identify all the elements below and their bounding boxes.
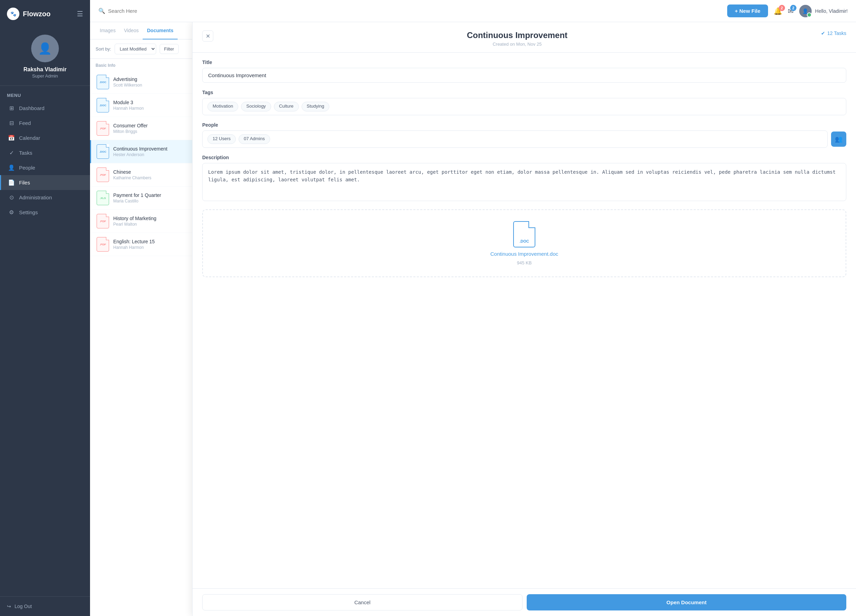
sidebar-item-label-administration: Administration: [19, 195, 52, 200]
open-document-button[interactable]: Open Document: [527, 594, 846, 610]
upload-filesize: 945 KB: [517, 260, 532, 266]
upload-file-ext: .DOC: [519, 239, 529, 243]
file-name: English: Lecture 15: [113, 239, 188, 244]
sidebar-item-label-feed: Feed: [19, 120, 31, 126]
detail-footer: Cancel Open Document: [192, 588, 856, 616]
file-icon-pdf: .PDF: [97, 167, 109, 182]
sidebar-item-files[interactable]: 📄Files: [0, 175, 90, 190]
people-input[interactable]: 12 Users07 Admins: [202, 131, 828, 148]
file-icon-doc: .DOC: [97, 144, 109, 159]
file-author: Milton Briggs: [113, 129, 188, 134]
administration-icon: ⊙: [8, 194, 15, 201]
file-item[interactable]: .DOC Module 3 Hannah Harmon: [90, 94, 194, 117]
file-name: Consumer Offer: [113, 123, 188, 128]
file-controls: Sort by: Last Modified Filter: [90, 40, 194, 59]
file-name: Chinese: [113, 169, 188, 175]
description-textarea[interactable]: [202, 163, 846, 201]
sidebar-item-feed[interactable]: ⊟Feed: [0, 115, 90, 131]
file-author: Hannah Harmon: [113, 245, 188, 250]
sidebar-item-label-calendar: Calendar: [19, 135, 40, 141]
sidebar-item-label-settings: Settings: [19, 209, 38, 215]
sort-select[interactable]: Last Modified: [115, 44, 156, 54]
description-field: Description: [202, 155, 846, 203]
upload-filename: Continuous Improvement.doc: [490, 251, 558, 257]
main-area: 🔍 + New File 🔔 2 ✉ 2 👤 Hello, Vladimir!: [90, 0, 856, 616]
description-field-label: Description: [202, 155, 846, 160]
file-name: Module 3: [113, 100, 188, 105]
file-author: Hannah Harmon: [113, 106, 188, 111]
file-item[interactable]: .DOC Continuous Improvement Hester Ander…: [90, 140, 194, 163]
logout-label: Log Out: [15, 604, 32, 609]
file-name: Payment for 1 Quarter: [113, 192, 188, 198]
file-tab-videos[interactable]: Videos: [120, 22, 143, 40]
file-tabs: ImagesVideosDocuments: [90, 22, 194, 40]
logout-button[interactable]: ↪ Log Out: [0, 596, 90, 616]
cancel-button[interactable]: Cancel: [202, 594, 522, 610]
menu-label: Menu: [0, 86, 90, 101]
file-item[interactable]: .XLS Payment for 1 Quarter Maria Castill…: [90, 186, 194, 210]
tag: Motivation: [208, 102, 238, 111]
add-people-button[interactable]: 👥: [831, 132, 846, 147]
sidebar-nav: ⊞Dashboard⊟Feed📅Calendar✓Tasks👤People📄Fi…: [0, 101, 90, 596]
people-row: 12 Users07 Admins 👥: [202, 131, 846, 148]
sidebar-item-label-files: Files: [19, 180, 30, 186]
dashboard-icon: ⊞: [8, 105, 15, 111]
sidebar-item-label-tasks: Tasks: [19, 150, 32, 156]
detail-body: Title Tags MotivationSociologyCultureStu…: [192, 52, 856, 284]
content-area: ImagesVideosDocuments Sort by: Last Modi…: [90, 22, 856, 616]
title-field: Title: [202, 60, 846, 83]
file-author: Maria Castillo: [113, 199, 188, 203]
filter-button[interactable]: Filter: [160, 44, 179, 54]
upload-file-icon: .DOC: [513, 221, 535, 247]
sidebar-item-dashboard[interactable]: ⊞Dashboard: [0, 101, 90, 115]
profile-role: Super Admin: [32, 73, 58, 78]
file-item[interactable]: .PDF Chinese Katharine Chambers: [90, 163, 194, 186]
file-author: Scott Wilkerson: [113, 83, 188, 88]
new-file-label: + New File: [735, 8, 761, 14]
file-name: Advertising: [113, 77, 188, 82]
file-section-label: Basic Info: [90, 59, 194, 71]
hamburger-icon[interactable]: ☰: [77, 10, 83, 18]
profile-name: Raksha Vladimir: [23, 66, 67, 73]
file-author: Hester Anderson: [113, 152, 188, 157]
sidebar-item-tasks[interactable]: ✓Tasks: [0, 145, 90, 160]
topbar-icons: 🔔 2 ✉ 2 👤 Hello, Vladimir!: [774, 5, 848, 17]
sidebar-item-calendar[interactable]: 📅Calendar: [0, 131, 90, 145]
file-icon-pdf: .PDF: [97, 214, 109, 228]
sidebar-item-people[interactable]: 👤People: [0, 160, 90, 175]
file-item[interactable]: .DOC Advertising Scott Wilkerson: [90, 71, 194, 94]
people-field-label: People: [202, 122, 846, 128]
sidebar-item-administration[interactable]: ⊙Administration: [0, 190, 90, 205]
people-tag: 07 Admins: [239, 134, 270, 144]
file-tab-images[interactable]: Images: [95, 22, 120, 40]
file-item[interactable]: .PDF History of Marketing Pearl Walton: [90, 210, 194, 233]
detail-header: ✕ Continuous Improvement Created on Mon,…: [192, 22, 856, 52]
file-author: Katharine Chambers: [113, 175, 188, 180]
detail-title: Continuous Improvement: [219, 31, 816, 40]
file-upload-area[interactable]: .DOC Continuous Improvement.doc 945 KB: [202, 209, 846, 277]
topbar-avatar: 👤: [799, 5, 812, 17]
file-item[interactable]: .PDF English: Lecture 15 Hannah Harmon: [90, 233, 194, 256]
file-tab-documents[interactable]: Documents: [143, 22, 177, 40]
tag: Studying: [302, 102, 329, 111]
notifications-button[interactable]: 🔔 2: [774, 7, 782, 15]
user-menu[interactable]: 👤 Hello, Vladimir!: [799, 5, 848, 17]
close-button[interactable]: ✕: [202, 31, 213, 41]
sidebar-item-settings[interactable]: ⚙Settings: [0, 205, 90, 220]
tags-field: Tags MotivationSociologyCultureStudying: [202, 90, 846, 115]
search-input[interactable]: [108, 8, 237, 14]
title-input[interactable]: [202, 68, 846, 83]
sidebar-logo-area: 🐾 Flowzoo ☰: [0, 0, 90, 28]
tag: Sociology: [241, 102, 271, 111]
title-field-label: Title: [202, 60, 846, 65]
messages-button[interactable]: ✉ 2: [788, 7, 794, 15]
detail-created: Created on Mon, Nov 25: [219, 41, 816, 47]
file-panel: ImagesVideosDocuments Sort by: Last Modi…: [90, 22, 194, 616]
new-file-button[interactable]: + New File: [727, 5, 768, 17]
tasks-link[interactable]: ✔ 12 Tasks: [821, 31, 846, 36]
file-name: History of Marketing: [113, 216, 188, 221]
detail-title-block: Continuous Improvement Created on Mon, N…: [219, 31, 816, 47]
file-icon-pdf: .PDF: [97, 237, 109, 252]
people-icon: 👤: [8, 164, 15, 171]
file-item[interactable]: .PDF Consumer Offer Milton Briggs: [90, 117, 194, 140]
